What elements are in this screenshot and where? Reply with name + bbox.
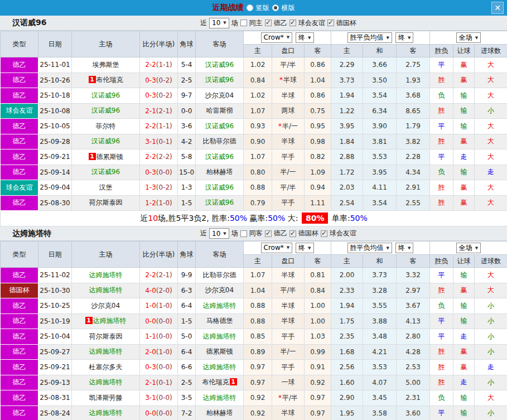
match-row: 德乙25-09-14汉诺威960-3(0-0)15-0柏林赫塔0.80半/一1.… — [1, 165, 507, 180]
date-cell: 25-10-19 — [38, 313, 72, 329]
goals-result-cell: 小 — [475, 298, 507, 314]
league-type-cell: 德乙 — [1, 119, 38, 134]
games-label: 场 — [231, 18, 238, 28]
close-button[interactable]: ✕ — [491, 2, 504, 14]
final-avg-select[interactable]: 终▼ — [395, 32, 413, 43]
fulltime-select[interactable]: 全场▼ — [456, 243, 481, 253]
match-count-select[interactable]: 10▼ — [209, 18, 229, 28]
team-text: 达姆施塔特 — [89, 378, 123, 386]
vertical-layout-label: 竖版 — [256, 3, 269, 13]
league-checkbox[interactable] — [265, 20, 272, 26]
fulltime-score: 0-3 — [145, 363, 156, 371]
chevron-down-icon: ▼ — [387, 36, 389, 40]
corners-cell: 9-7 — [178, 88, 196, 104]
corners-cell: 5-8 — [178, 149, 196, 165]
league-checkbox[interactable] — [289, 230, 296, 237]
crow-company-select[interactable]: Crow*▼ — [261, 243, 293, 253]
league-type-cell: 德乙 — [1, 313, 38, 329]
halftime-score: (0-1) — [156, 138, 172, 146]
sub-header-2: 客 — [305, 255, 331, 268]
avg-home-odds: 2.88 — [331, 149, 363, 165]
crow-home-odds: 0.88 — [244, 298, 272, 314]
team-text: 汉诺威96 — [205, 76, 234, 84]
crow-home-odds: 1.04 — [244, 283, 272, 298]
league-checkbox[interactable] — [265, 230, 272, 237]
league-checkbox-label: 球会友谊 — [330, 229, 356, 238]
team-text: 达姆施塔特 — [93, 317, 127, 325]
home-team-cell: 埃弗斯堡 — [72, 57, 140, 73]
crow-odds-group: Crow*▼终▼ — [244, 242, 331, 255]
avg-draw-odds: 3.53 — [363, 149, 397, 165]
results-table: 类型日期主场比分(半场)角球客场Crow*▼终▼胜平负均值▼终▼全场▼主盘口客主… — [0, 241, 507, 420]
handicap-cell: 两球 — [272, 103, 305, 119]
fulltime-score: 2-1 — [145, 379, 156, 387]
away-team-cell: 柏林赫塔 — [196, 165, 244, 180]
summary-part: 大: — [285, 214, 301, 223]
team-text: 汉诺威96 — [205, 153, 234, 161]
sub-header-3: 主 — [331, 45, 363, 57]
crow-away-odds: 0.99 — [305, 344, 331, 360]
crow-away-odds: 0.86 — [305, 57, 331, 73]
halftime-score: (2-1) — [156, 107, 172, 115]
fulltime-group: 全场▼ — [430, 31, 507, 45]
team-text: 布伦瑞克 — [202, 378, 229, 386]
rank-badge: 1 — [85, 317, 93, 324]
same-venue-checkbox[interactable] — [240, 20, 247, 26]
col-home: 主场 — [72, 31, 140, 57]
crow-away-odds: 0.92 — [305, 375, 331, 390]
fulltime-select[interactable]: 全场▼ — [456, 32, 481, 43]
halftime-score: (2-1) — [156, 271, 172, 279]
match-row: 德乙25-08-24达姆施塔特0-0(0-0)7-2柏林赫塔0.92半球0.97… — [1, 405, 507, 420]
avg-away-odds: 2.80 — [397, 329, 430, 345]
final-avg-select[interactable]: 终▼ — [395, 243, 413, 253]
league-checkbox[interactable] — [321, 230, 327, 237]
away-team-cell: 达姆施塔特 — [196, 360, 244, 375]
col-corners: 角球 — [178, 31, 196, 57]
date-cell: 25-08-30 — [38, 195, 72, 211]
avg-away-odds: 8.65 — [397, 103, 430, 119]
sub-header-0: 主 — [244, 255, 272, 268]
match-row: 德乙25-10-191达姆施塔特0-0(0-0)1-5马格德堡0.88半球1.0… — [1, 313, 507, 329]
corners-cell: 15-0 — [178, 165, 196, 180]
vertical-layout-radio[interactable] — [247, 4, 253, 11]
home-team-cell: 达姆施塔特 — [72, 268, 140, 283]
sub-header-1: 盘口 — [272, 255, 305, 268]
crow-home-odds: 0.92 — [244, 390, 272, 406]
horizontal-layout-radio[interactable] — [272, 4, 279, 11]
league-type-cell: 球会友谊 — [1, 103, 38, 119]
titlebar: 近期战绩 竖版 横版 ✕ — [0, 0, 507, 16]
league-checkbox[interactable] — [327, 20, 334, 26]
home-team-cell: 汉诺威96 — [72, 88, 140, 104]
team-text: 荷尔斯泰因 — [89, 332, 123, 340]
avg-odds-select[interactable]: 胜平负均值▼ — [347, 243, 392, 253]
same-venue-checkbox[interactable] — [240, 230, 247, 237]
away-team-cell: 柏林赫塔 — [196, 405, 244, 420]
handicap-result-cell: 赢 — [453, 57, 475, 73]
final-odds-select[interactable]: 终▼ — [296, 32, 313, 43]
score-cell: 1-1(0-0) — [140, 329, 178, 345]
score-cell: 1-2(1-0) — [140, 195, 178, 211]
away-team-cell: 哈雷斯彻 — [196, 103, 244, 119]
goals-result-cell: 大 — [475, 180, 507, 196]
league-checkbox[interactable] — [289, 20, 296, 26]
result-cell: 胜 — [430, 375, 453, 390]
crow-away-odds: 0.84 — [305, 283, 331, 298]
team-text: 达姆施塔特 — [203, 332, 236, 340]
avg-home-odds: 2.03 — [331, 180, 363, 196]
date-cell: 25-09-21 — [38, 360, 72, 375]
league-checkbox-label: 德乙 — [274, 229, 287, 238]
date-cell: 25-09-28 — [38, 134, 72, 149]
final-odds-select[interactable]: 终▼ — [296, 243, 313, 253]
corners-cell: 3-5 — [178, 390, 196, 406]
team-text: 汉诺威96 — [91, 137, 120, 145]
avg-draw-odds: 4.07 — [363, 375, 397, 390]
avg-draw-odds: 4.21 — [363, 344, 397, 360]
avg-odds-select[interactable]: 胜平负均值▼ — [347, 32, 392, 43]
crow-away-odds: 1.04 — [305, 73, 331, 88]
handicap-result-cell: 输 — [453, 390, 475, 406]
summary-part: 10 — [148, 214, 158, 223]
avg-away-odds: 2.75 — [397, 57, 430, 73]
match-count-select[interactable]: 10▼ — [209, 228, 229, 239]
crow-company-select[interactable]: Crow*▼ — [261, 32, 293, 43]
sub-header-5: 客 — [397, 45, 430, 57]
